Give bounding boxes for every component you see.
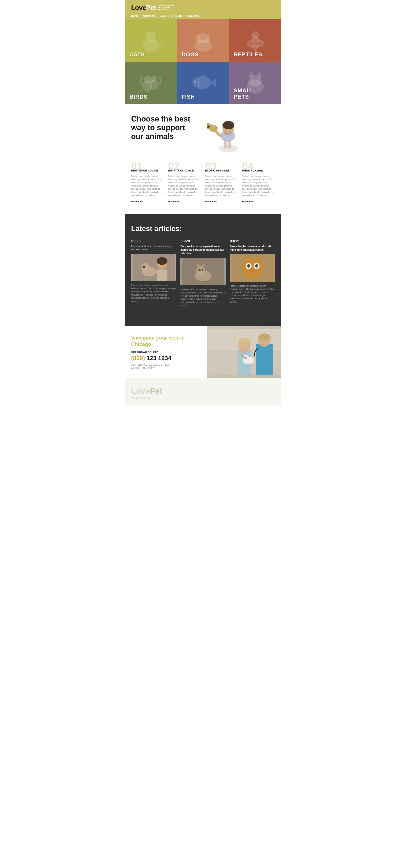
svg-rect-53 — [157, 270, 167, 281]
article-card-3: 03/15 Fusce feugiat malesuada odio orbi … — [230, 239, 275, 307]
logo[interactable]: LovePet — [131, 4, 156, 12]
footer: LovePet FOOTER TAGLINE — [125, 378, 281, 405]
svg-point-29 — [258, 72, 261, 79]
advice-card-exotic: 03 EXOTIC PET CARE Praesent vestibulum a… — [205, 161, 238, 203]
pet-cell-cats[interactable]: CATS — [125, 19, 177, 62]
vaccinate-address-line2: WILMINGTON, CA 90744 — [131, 367, 155, 369]
main-nav: HOME / ABOUT US / BLOG / GALLERY / CONTA… — [131, 14, 275, 19]
article-date-3: 03/15 — [230, 239, 275, 244]
vaccinate-illustration — [207, 329, 281, 375]
vaccinate-phone: (800) 123 1234 — [131, 355, 201, 362]
support-text: Choose the best way to support our anima… — [131, 115, 195, 141]
dogs-label: DOGS — [182, 51, 199, 58]
smallpets-label: SMALLPETS — [234, 87, 254, 100]
pet-cell-dogs[interactable]: DOGS — [177, 19, 229, 62]
advice-card-behaviour: 01 BEHAVIOUR ADVICE Praesent vestibulum … — [131, 161, 164, 203]
reptiles-label: REPTILES — [234, 51, 262, 58]
vaccinate-section: Vaccinate your pets in Chicago VETERINAR… — [125, 326, 281, 378]
svg-rect-46 — [133, 254, 175, 281]
svg-point-67 — [247, 264, 250, 268]
nav-sep-3: / — [168, 14, 169, 17]
advice-text-3: Praesent vestibulum aenean nonummy hendr… — [205, 175, 238, 197]
svg-point-28 — [249, 72, 253, 79]
footer-tagline: FOOTER TAGLINE — [131, 397, 275, 399]
svg-point-8 — [200, 39, 206, 43]
vaccinate-address-line1: USA – CHICAGO, 901 EAST E STREET, — [131, 364, 170, 366]
advice-text-1: Praesent vestibulum aenean nonummy hendr… — [131, 175, 164, 197]
article-date-1: 03/25 — [131, 239, 176, 244]
advice-title-3: EXOTIC PET CARE — [205, 169, 238, 173]
svg-point-60 — [202, 269, 203, 271]
nav-home[interactable]: HOME — [131, 14, 138, 17]
svg-point-15 — [253, 34, 255, 35]
advice-title-4: MEDICAL CARE — [242, 169, 275, 173]
footer-logo-love: Love — [131, 386, 150, 396]
advice-card-medical: 04 MEDICAL CARE Praesent vestibulum aene… — [242, 161, 275, 203]
articles-grid: 03/25 Praesent vestibulum aenean nonummy… — [131, 239, 275, 307]
pet-cell-birds[interactable]: BIRDS — [125, 62, 177, 104]
pet-cell-reptiles[interactable]: REPTILES — [229, 19, 281, 62]
svg-point-30 — [248, 80, 253, 85]
svg-point-32 — [253, 80, 255, 81]
pet-cell-fish[interactable]: FISH — [177, 62, 229, 104]
article-body-1: Praesent vestibulum aenean nonummy hendr… — [131, 284, 176, 303]
articles-prev-button[interactable]: ‹ — [274, 311, 275, 316]
article-card-2: 03/20 Cum sociis natoque penatibus et mg… — [180, 239, 226, 307]
support-heading: Choose the best way to support our anima… — [131, 115, 195, 141]
articles-navigation: ‹ — [131, 311, 275, 316]
logo-tagline: WE PROVIDE CARETHAT YOUR PETDESERVES — [158, 4, 174, 11]
support-image — [201, 115, 247, 153]
article-image-3 — [230, 254, 275, 282]
advice-text-2: Praesent vestibulum aenean nonummy hendr… — [168, 175, 201, 197]
svg-marker-23 — [211, 79, 216, 87]
vaccinate-content: Vaccinate your pets in Chicago VETERINAR… — [125, 326, 207, 378]
nav-about[interactable]: ABOUT US — [142, 14, 156, 17]
svg-point-44 — [208, 126, 209, 127]
article-excerpt-2: Cum sociis natoque penatibus et mgnis di… — [180, 245, 226, 255]
vaccinate-image — [207, 326, 281, 378]
fish-label: FISH — [182, 94, 195, 100]
advice-link-3[interactable]: Read more — [205, 200, 217, 203]
nav-blog[interactable]: BLOG — [160, 14, 167, 17]
advice-link-4[interactable]: Read more — [242, 200, 254, 203]
svg-point-80 — [238, 338, 250, 346]
svg-point-69 — [255, 264, 258, 268]
nav-gallery[interactable]: GALLERY — [171, 14, 182, 17]
svg-point-50 — [143, 266, 145, 268]
advice-link-2[interactable]: Read more — [168, 200, 180, 203]
vaccinate-phone-number: 123 1234 — [146, 355, 171, 361]
articles-title: Latest articles: — [131, 224, 275, 232]
article-date-2: 03/20 — [180, 239, 226, 244]
nav-contacts[interactable]: CONTACTS — [187, 14, 200, 17]
pet-cell-smallpets[interactable]: SMALLPETS — [229, 62, 281, 104]
advice-title-1: BEHAVIOUR ADVICE — [131, 169, 164, 173]
footer-logo-pet: Pet — [150, 386, 162, 396]
footer-logo: LovePet — [131, 386, 275, 396]
article-card-1: 03/25 Praesent vestibulum aenean nonummy… — [131, 239, 176, 307]
svg-point-45 — [207, 127, 209, 128]
articles-section: Latest articles: 03/25 Praesent vestibul… — [125, 214, 281, 326]
advice-section: 01 BEHAVIOUR ADVICE Praesent vestibulum … — [125, 161, 281, 214]
vaccinate-phone-prefix: (800) — [131, 355, 145, 361]
nav-sep-2: / — [157, 14, 158, 17]
advice-text-4: Praesent vestibulum aenean nonummy hendr… — [242, 175, 275, 197]
vaccinate-address: USA – CHICAGO, 901 EAST E STREET, WILMIN… — [131, 363, 201, 370]
svg-point-40 — [223, 121, 234, 129]
svg-point-77 — [258, 334, 271, 341]
svg-point-1 — [145, 32, 156, 42]
vaccinate-clinic-label: VETERINARY CLINIC: — [131, 351, 201, 354]
person-dog-illustration — [201, 115, 247, 153]
logo-love: Love — [131, 4, 146, 11]
svg-point-65 — [242, 257, 263, 279]
pet-category-grid: CATS DOGS — [125, 19, 281, 104]
cats-label: CATS — [129, 51, 145, 58]
advice-link-1[interactable]: Read more — [131, 200, 143, 203]
vaccinate-title: Vaccinate your pets in Chicago — [131, 335, 201, 347]
svg-point-56 — [196, 266, 206, 275]
header: LovePet WE PROVIDE CARETHAT YOUR PETDESE… — [125, 0, 281, 19]
article-image-2 — [180, 258, 226, 285]
svg-point-52 — [157, 257, 167, 265]
article-body-3: Praesent vestibulum aenean nonummy hendr… — [230, 284, 275, 303]
logo-area: LovePet WE PROVIDE CARETHAT YOUR PETDESE… — [131, 4, 275, 12]
article-body-2: Praesent vestibulum aenean nonummy hendr… — [180, 288, 226, 307]
